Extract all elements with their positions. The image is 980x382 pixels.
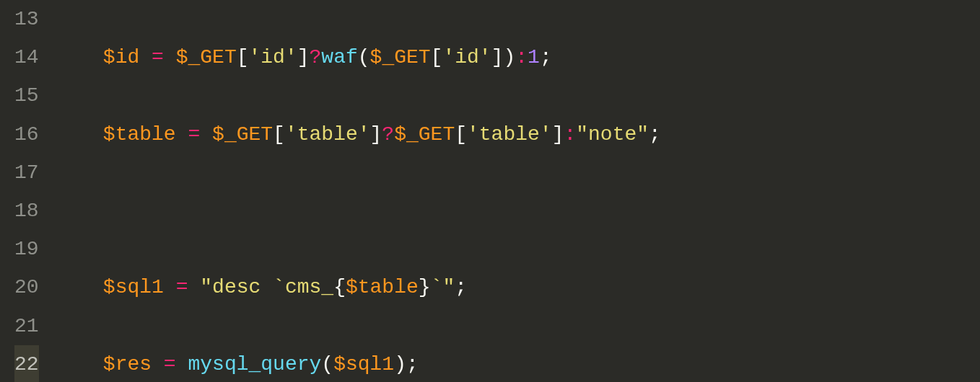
operator: = (176, 276, 188, 298)
sp (164, 276, 176, 298)
sp (139, 46, 152, 68)
code-line[interactable] (55, 192, 977, 230)
string: `" (431, 276, 455, 298)
bracket: ] (491, 46, 504, 68)
variable: $table (346, 276, 419, 298)
function: waf (321, 46, 357, 68)
line-number: 18 (14, 192, 39, 230)
line-number: 15 (14, 76, 39, 115)
semicolon: ; (540, 46, 552, 68)
bracket: ] (552, 123, 564, 146)
string: "desc `cms_ (200, 276, 333, 298)
bracket: [ (455, 123, 467, 146)
number: 1 (528, 46, 540, 68)
code-area[interactable]: $id = $_GET['id']?waf($_GET['id']):1; $t… (52, 0, 980, 382)
paren: ( (358, 46, 370, 68)
string: 'table' (467, 123, 552, 146)
variable: $id (103, 46, 139, 68)
paren: ( (321, 353, 333, 376)
code-editor[interactable]: 13 14 15 16 17 18 19 20 21 22 $id = $_GE… (0, 0, 980, 382)
sp (152, 353, 164, 376)
indent (55, 276, 103, 298)
line-number: 14 (14, 38, 39, 76)
operator: = (164, 353, 176, 376)
indent (55, 353, 103, 376)
line-number: 22 (14, 345, 39, 382)
semicolon: ; (649, 123, 661, 146)
string: "note" (576, 123, 649, 146)
line-number: 19 (14, 230, 39, 268)
line-number: 13 (14, 0, 39, 38)
line-number: 21 (14, 307, 39, 345)
line-number-gutter: 13 14 15 16 17 18 19 20 21 22 (0, 0, 52, 382)
bracket: ] (297, 46, 310, 68)
variable: $_GET (212, 123, 273, 146)
line-number: 20 (14, 268, 39, 306)
variable: $_GET (176, 46, 237, 68)
sp (200, 123, 212, 146)
variable: $table (103, 123, 176, 146)
bracket: [ (237, 46, 249, 68)
string: 'id' (249, 46, 297, 68)
bracket: ] (370, 123, 382, 146)
code-line[interactable]: $id = $_GET['id']?waf($_GET['id']):1; (55, 38, 977, 76)
sp (176, 123, 188, 146)
indent (55, 46, 103, 68)
variable: $res (103, 353, 152, 376)
variable: $_GET (394, 123, 455, 146)
brace: } (419, 276, 431, 298)
variable: $sql1 (333, 353, 394, 376)
string: 'table' (285, 123, 370, 146)
code-line[interactable]: $sql1 = "desc `cms_{$table}`"; (55, 268, 977, 306)
operator: = (152, 46, 164, 68)
indent (55, 123, 103, 146)
operator: : (564, 123, 576, 146)
paren: ) (503, 46, 515, 68)
bracket: [ (431, 46, 443, 68)
sp (176, 353, 188, 376)
code-line[interactable]: $res = mysql_query($sql1); (55, 345, 977, 382)
semicolon: ; (406, 353, 419, 376)
variable: $_GET (370, 46, 431, 68)
sp (164, 46, 176, 68)
sp (188, 276, 200, 298)
semicolon: ; (455, 276, 467, 298)
code-line[interactable]: $table = $_GET['table']?$_GET['table']:"… (55, 115, 977, 154)
bracket: [ (273, 123, 285, 146)
brace: { (333, 276, 346, 298)
line-number: 17 (14, 154, 39, 192)
string: 'id' (442, 46, 491, 68)
variable: $sql1 (103, 276, 164, 298)
operator: : (515, 46, 528, 68)
operator: ? (310, 46, 322, 68)
operator: ? (382, 123, 394, 146)
function: mysql_query (188, 353, 321, 376)
paren: ) (394, 353, 406, 376)
operator: = (188, 123, 200, 146)
line-number: 16 (14, 115, 39, 154)
